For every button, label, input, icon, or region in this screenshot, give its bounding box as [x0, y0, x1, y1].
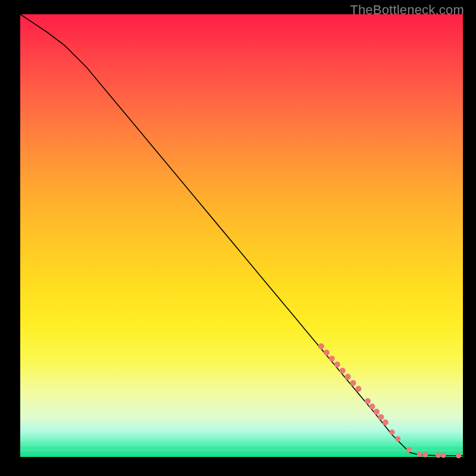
- marker-dot: [436, 453, 441, 458]
- marker-dot: [417, 452, 422, 457]
- marker-dot: [329, 356, 335, 362]
- marker-dot: [441, 453, 446, 458]
- marker-dot: [334, 362, 340, 368]
- chart-svg-overlay: [20, 14, 463, 457]
- marker-dot: [389, 430, 394, 435]
- marker-dot: [340, 368, 346, 374]
- marker-dot: [365, 398, 371, 404]
- marker-dot: [318, 343, 324, 349]
- marker-dot: [406, 447, 412, 453]
- stage: TheBottleneck.com: [0, 0, 476, 476]
- bottleneck-curve: [20, 14, 463, 456]
- marker-dot: [456, 453, 461, 458]
- marker-dot: [422, 452, 428, 458]
- marker-dot: [369, 403, 375, 409]
- marker-dot: [355, 386, 361, 392]
- highlight-markers: [318, 343, 461, 458]
- marker-dot: [374, 409, 380, 415]
- marker-dot: [378, 414, 384, 420]
- marker-dot: [350, 380, 356, 386]
- marker-dot: [395, 436, 400, 441]
- marker-dot: [324, 349, 330, 355]
- chart-plot-area: [20, 14, 463, 457]
- marker-dot: [345, 374, 351, 380]
- marker-dot: [383, 419, 389, 425]
